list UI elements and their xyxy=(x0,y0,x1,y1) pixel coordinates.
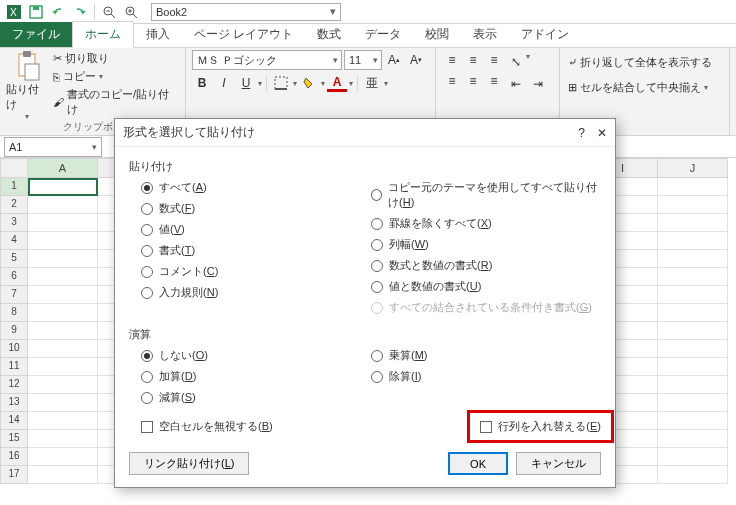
save-icon[interactable] xyxy=(26,2,46,22)
row-header[interactable]: 13 xyxy=(0,394,28,412)
radio-c[interactable]: コメント(C) xyxy=(141,264,371,279)
cell[interactable] xyxy=(28,232,98,250)
tab-page-layout[interactable]: ページ レイアウト xyxy=(182,22,305,47)
cell[interactable] xyxy=(658,430,728,448)
row-header[interactable]: 4 xyxy=(0,232,28,250)
tab-data[interactable]: データ xyxy=(353,22,413,47)
name-box[interactable]: A1▾ xyxy=(4,137,102,157)
row-header[interactable]: 7 xyxy=(0,286,28,304)
row-header[interactable]: 16 xyxy=(0,448,28,466)
row-header[interactable]: 6 xyxy=(0,268,28,286)
radio-u[interactable]: 値と数値の書式(U) xyxy=(371,279,601,294)
align-bottom-icon[interactable]: ≡ xyxy=(484,50,504,70)
cell[interactable] xyxy=(658,340,728,358)
col-header[interactable]: A xyxy=(28,158,98,178)
zoom-in-icon[interactable] xyxy=(121,2,141,22)
zoom-out-icon[interactable] xyxy=(99,2,119,22)
font-color-button[interactable]: A xyxy=(327,75,347,92)
radio-s[interactable]: 減算(S) xyxy=(141,390,371,405)
radio-d[interactable]: 加算(D) xyxy=(141,369,371,384)
paste-link-button[interactable]: リンク貼り付け(L) xyxy=(129,452,249,475)
phonetic-button[interactable]: 亜 xyxy=(362,73,382,93)
decrease-font-icon[interactable]: A▾ xyxy=(406,50,426,70)
fill-color-button[interactable] xyxy=(299,73,319,93)
orientation-icon[interactable]: ⤡ xyxy=(506,52,526,72)
merge-center-button[interactable]: ⊞セルを結合して中央揃え▾ xyxy=(566,79,723,96)
radio-h[interactable]: コピー元のテーマを使用してすべて貼り付け(H) xyxy=(371,180,601,210)
row-header[interactable]: 9 xyxy=(0,322,28,340)
cell[interactable] xyxy=(658,214,728,232)
skip-blanks-checkbox[interactable]: 空白セルを無視する(B) xyxy=(129,419,467,434)
undo-icon[interactable] xyxy=(48,2,68,22)
radio-v[interactable]: 値(V) xyxy=(141,222,371,237)
row-header[interactable]: 3 xyxy=(0,214,28,232)
decrease-indent-icon[interactable]: ⇤ xyxy=(506,74,526,94)
align-left-icon[interactable]: ≡ xyxy=(442,71,462,91)
cell[interactable] xyxy=(28,214,98,232)
cell[interactable] xyxy=(28,286,98,304)
ok-button[interactable]: OK xyxy=(448,452,508,475)
radio-n[interactable]: 入力規則(N) xyxy=(141,285,371,300)
radio-f[interactable]: 数式(F) xyxy=(141,201,371,216)
cancel-button[interactable]: キャンセル xyxy=(516,452,601,475)
cell[interactable] xyxy=(658,466,728,484)
cell[interactable] xyxy=(658,322,728,340)
cell[interactable] xyxy=(658,358,728,376)
row-header[interactable]: 8 xyxy=(0,304,28,322)
row-header[interactable]: 2 xyxy=(0,196,28,214)
align-right-icon[interactable]: ≡ xyxy=(484,71,504,91)
cell[interactable] xyxy=(28,304,98,322)
border-button[interactable] xyxy=(271,73,291,93)
font-name-select[interactable]: ＭＳ Ｐゴシック xyxy=(192,50,342,70)
cell[interactable] xyxy=(28,322,98,340)
cell[interactable] xyxy=(658,232,728,250)
font-size-select[interactable]: 11 xyxy=(344,50,382,70)
align-middle-icon[interactable]: ≡ xyxy=(463,50,483,70)
row-header[interactable]: 10 xyxy=(0,340,28,358)
tab-addin[interactable]: アドイン xyxy=(509,22,581,47)
tab-insert[interactable]: 挿入 xyxy=(134,22,182,47)
format-painter-button[interactable]: 🖌書式のコピー/貼り付け xyxy=(51,86,179,118)
redo-icon[interactable] xyxy=(70,2,90,22)
bold-button[interactable]: B xyxy=(192,73,212,93)
cell[interactable] xyxy=(658,304,728,322)
increase-font-icon[interactable]: A▴ xyxy=(384,50,404,70)
tab-home[interactable]: ホーム xyxy=(72,21,134,48)
document-name-box[interactable]: Book2 xyxy=(151,3,341,21)
col-header[interactable]: J xyxy=(658,158,728,178)
tab-file[interactable]: ファイル xyxy=(0,22,72,47)
cell[interactable] xyxy=(658,376,728,394)
radio-t[interactable]: 書式(T) xyxy=(141,243,371,258)
cell[interactable] xyxy=(28,196,98,214)
cell[interactable] xyxy=(658,268,728,286)
radio-i[interactable]: 除算(I) xyxy=(371,369,601,384)
tab-formula[interactable]: 数式 xyxy=(305,22,353,47)
row-header[interactable]: 14 xyxy=(0,412,28,430)
italic-button[interactable]: I xyxy=(214,73,234,93)
row-header[interactable]: 1 xyxy=(0,178,28,196)
excel-icon[interactable]: X xyxy=(4,2,24,22)
radio-x[interactable]: 罫線を除くすべて(X) xyxy=(371,216,601,231)
radio-w[interactable]: 列幅(W) xyxy=(371,237,601,252)
cell[interactable] xyxy=(658,196,728,214)
cell[interactable] xyxy=(28,268,98,286)
copy-button[interactable]: ⎘コピー▾ xyxy=(51,68,179,85)
radio-m[interactable]: 乗算(M) xyxy=(371,348,601,363)
cell[interactable] xyxy=(658,286,728,304)
row-header[interactable]: 5 xyxy=(0,250,28,268)
tab-review[interactable]: 校閲 xyxy=(413,22,461,47)
cell[interactable] xyxy=(28,340,98,358)
help-button[interactable]: ? xyxy=(578,126,585,140)
increase-indent-icon[interactable]: ⇥ xyxy=(528,74,548,94)
cell[interactable] xyxy=(28,394,98,412)
cell[interactable] xyxy=(28,250,98,268)
cut-button[interactable]: ✂切り取り xyxy=(51,50,179,67)
cell[interactable] xyxy=(658,250,728,268)
cell[interactable] xyxy=(658,448,728,466)
cell[interactable] xyxy=(28,412,98,430)
cell[interactable] xyxy=(28,358,98,376)
cell[interactable] xyxy=(658,178,728,196)
tab-view[interactable]: 表示 xyxy=(461,22,509,47)
select-all-corner[interactable] xyxy=(0,158,28,178)
align-top-icon[interactable]: ≡ xyxy=(442,50,462,70)
